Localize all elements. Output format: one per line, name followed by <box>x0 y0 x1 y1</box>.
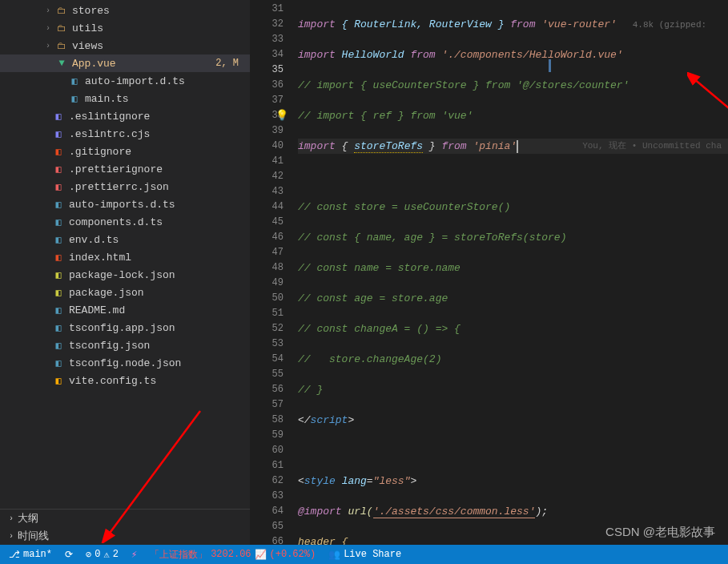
file-label: package.json <box>69 287 250 299</box>
file-label: components.d.ts <box>69 216 250 228</box>
chevron-right-icon: › <box>5 532 18 541</box>
file-label: main.ts <box>85 93 250 105</box>
line-number: 32 <box>250 17 284 32</box>
folder-label: utils <box>72 22 250 34</box>
file-label: vite.config.ts <box>69 375 250 387</box>
line-number: 37 <box>250 93 284 108</box>
line-number: 47 <box>250 245 284 260</box>
folder-icon: 🗀 <box>54 4 69 17</box>
file-item[interactable]: ◧.eslintignore <box>0 107 250 125</box>
file-icon: ◧ <box>51 374 66 387</box>
file-item[interactable]: ◧.prettierrc.json <box>0 178 250 195</box>
line-number: 48 <box>250 260 284 276</box>
vue-icon: ▼ <box>54 57 69 70</box>
line-number: 65 <box>250 519 284 534</box>
folder-stores[interactable]: ›🗀stores <box>0 2 250 19</box>
liveshare-icon: 👥 <box>328 549 340 561</box>
file-icon: ◧ <box>51 198 66 211</box>
file-icon: ◧ <box>51 163 66 175</box>
line-number: 60 <box>250 443 284 458</box>
file-item[interactable]: ◧index.html <box>0 248 250 266</box>
file-item[interactable]: ◧main.ts <box>0 90 250 107</box>
file-icon: ◧ <box>67 92 82 105</box>
file-item[interactable]: ◧auto-import.d.ts <box>0 72 250 90</box>
line-number: 42 <box>250 169 284 184</box>
file-item[interactable]: ◧components.d.ts <box>0 213 250 231</box>
sync-button[interactable]: ⟳ <box>62 545 75 564</box>
folder-icon: 🗀 <box>54 39 69 52</box>
inlay-hint: 4.8k (gzipped: <box>617 20 706 30</box>
file-item[interactable]: ◧README.md <box>0 301 250 319</box>
file-item[interactable]: ◧package.json <box>0 284 250 301</box>
file-icon: ◧ <box>51 321 66 334</box>
file-item[interactable]: ◧auto-imports.d.ts <box>0 195 250 213</box>
file-label: env.d.ts <box>69 234 250 246</box>
file-tree[interactable]: ›🗀stores ›🗀utils ›🗀views ▼App.vue2, M ◧a… <box>0 0 250 509</box>
line-number: 57 <box>250 397 284 413</box>
file-label: tsconfig.app.json <box>69 322 250 334</box>
line-number: 40 <box>250 139 284 154</box>
file-item[interactable]: ◧vite.config.ts <box>0 372 250 389</box>
code-content[interactable]: import { RouterLink, RouterView } from '… <box>298 0 728 545</box>
file-label: .gitignore <box>69 146 250 158</box>
line-number: 63 <box>250 489 284 504</box>
git-blame: You, 现在 • Uncommitted cha <box>582 139 722 154</box>
file-item[interactable]: ◧.gitignore <box>0 143 250 160</box>
file-icon: ◧ <box>51 268 66 281</box>
file-item[interactable]: ◧env.d.ts <box>0 231 250 248</box>
file-label: .prettierignore <box>69 163 250 175</box>
line-number: 59 <box>250 428 284 443</box>
file-app-vue[interactable]: ▼App.vue2, M <box>0 54 250 72</box>
line-number: 34 <box>250 47 284 62</box>
file-icon: ◧ <box>51 339 66 352</box>
file-item[interactable]: ◧tsconfig.node.json <box>0 354 250 372</box>
line-number: 35 <box>250 62 284 78</box>
line-number: 56 <box>250 382 284 397</box>
file-icon: ◧ <box>51 357 66 369</box>
file-label: .prettierrc.json <box>69 181 250 193</box>
folder-views[interactable]: ›🗀views <box>0 37 250 54</box>
file-item[interactable]: ◧.prettierignore <box>0 160 250 178</box>
lightbulb-icon[interactable]: 💡 <box>276 108 288 123</box>
folder-utils[interactable]: ›🗀utils <box>0 19 250 37</box>
line-number: 45 <box>250 215 284 230</box>
line-number: 54 <box>250 352 284 367</box>
stock-ticker[interactable]: 「上证指数」 3202.06 📈 (+0.62%) <box>147 545 318 564</box>
status-bar: ⎇main* ⟳ ⊘0⚠2 ⚡ 「上证指数」 3202.06 📈 (+0.62%… <box>0 545 728 564</box>
line-gutter: 3132333435363738394041424344454647484950… <box>250 0 298 545</box>
live-share[interactable]: 👥Live Share <box>326 545 404 564</box>
git-status-badge: 2, M <box>215 58 239 69</box>
cursor <box>517 140 518 153</box>
git-branch[interactable]: ⎇main* <box>6 545 54 564</box>
file-label: README.md <box>69 304 250 316</box>
line-number: 66 <box>250 534 284 545</box>
line-number: 55 <box>250 367 284 382</box>
line-number: 52 <box>250 321 284 336</box>
file-label: auto-imports.d.ts <box>69 199 250 211</box>
file-label: auto-import.d.ts <box>85 75 250 87</box>
file-item[interactable]: ◧.eslintrc.cjs <box>0 125 250 143</box>
code-editor[interactable]: 3132333435363738394041424344454647484950… <box>250 0 728 545</box>
warning-underline[interactable]: storeToRefs <box>354 140 423 153</box>
timeline-label: 时间线 <box>18 529 49 543</box>
file-icon: ◧ <box>51 286 66 299</box>
file-item[interactable]: ◧tsconfig.json <box>0 336 250 354</box>
file-icon: ◧ <box>51 127 66 140</box>
file-icon: ◧ <box>51 110 66 123</box>
line-number: 41 <box>250 154 284 169</box>
file-label: tsconfig.node.json <box>69 357 250 369</box>
folder-label: stores <box>72 5 250 17</box>
timeline-header[interactable]: ›时间线 <box>0 527 250 545</box>
file-icon: ◧ <box>51 216 66 228</box>
file-item[interactable]: ◧package-lock.json <box>0 266 250 284</box>
problems[interactable]: ⊘0⚠2 <box>83 545 121 564</box>
outline-header[interactable]: ›大纲 <box>0 510 250 527</box>
line-number: 58 <box>250 413 284 428</box>
line-number: 53 <box>250 336 284 352</box>
warning-icon: ⚠ <box>103 549 109 561</box>
outline-label: 大纲 <box>18 511 38 526</box>
extension-icon[interactable]: ⚡ <box>129 545 139 564</box>
error-icon: ⊘ <box>86 549 91 561</box>
file-label: .eslintrc.cjs <box>69 128 250 140</box>
file-item[interactable]: ◧tsconfig.app.json <box>0 319 250 336</box>
